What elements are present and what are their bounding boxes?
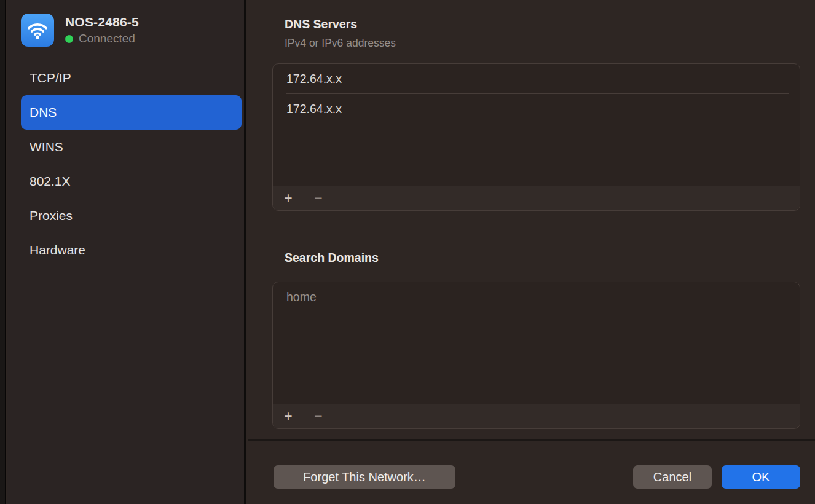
dns-server-row[interactable]: 172.64.x.x	[273, 94, 800, 124]
window-edge	[0, 0, 6, 504]
remove-icon[interactable]: −	[304, 404, 333, 428]
connection-header: NOS-2486-5 Connected	[21, 14, 139, 47]
connection-status: Connected	[65, 32, 139, 45]
sidebar-item-dns[interactable]: DNS	[21, 95, 242, 130]
dns-server-row[interactable]: 172.64.x.x	[273, 64, 800, 94]
sidebar-item-hardware[interactable]: Hardware	[21, 233, 242, 267]
footer-divider	[248, 439, 815, 441]
dns-servers-list: 172.64.x.x 172.64.x.x + −	[272, 63, 800, 211]
sidebar-item-8021x[interactable]: 802.1X	[21, 164, 242, 199]
sidebar-item-proxies[interactable]: Proxies	[21, 199, 242, 233]
dns-servers-subtitle: IPv4 or IPv6 addresses	[285, 37, 396, 50]
connected-status-dot	[65, 35, 73, 43]
wifi-icon	[21, 14, 54, 47]
sidebar-nav: TCP/IP DNS WINS 802.1X Proxies Hardware	[21, 61, 242, 267]
dns-servers-toolbar: + −	[273, 186, 800, 210]
dns-servers-title: DNS Servers	[285, 17, 357, 31]
sidebar: NOS-2486-5 Connected TCP/IP DNS WINS 802…	[7, 0, 246, 504]
add-icon[interactable]: +	[273, 404, 304, 428]
search-domains-title: Search Domains	[285, 251, 379, 265]
dns-pane: DNS Servers IPv4 or IPv6 addresses 172.6…	[248, 0, 815, 504]
ok-button[interactable]: OK	[722, 465, 800, 489]
forget-network-button[interactable]: Forget This Network…	[274, 465, 455, 489]
search-domains-list: home + −	[272, 282, 800, 429]
cancel-button[interactable]: Cancel	[633, 465, 712, 489]
connection-status-label: Connected	[79, 32, 135, 45]
add-icon[interactable]: +	[273, 186, 304, 210]
search-domain-row[interactable]: home	[273, 282, 800, 312]
sidebar-item-tcpip[interactable]: TCP/IP	[21, 61, 242, 95]
sidebar-item-wins[interactable]: WINS	[21, 130, 242, 164]
remove-icon[interactable]: −	[304, 186, 333, 210]
network-name: NOS-2486-5	[65, 15, 139, 30]
search-domains-toolbar: + −	[273, 404, 800, 428]
